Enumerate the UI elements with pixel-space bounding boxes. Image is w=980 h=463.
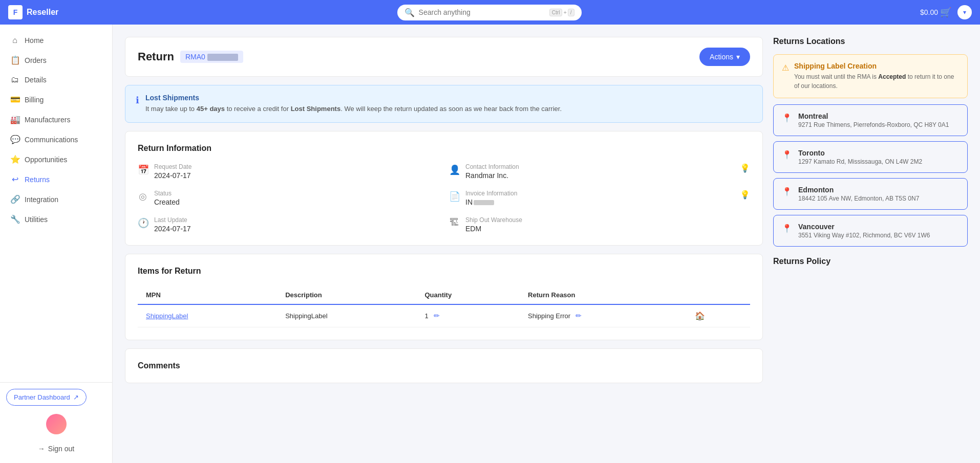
avatar bbox=[46, 414, 67, 434]
location-details-vancouver: Vancouver 3551 Viking Way #102, Richmond… bbox=[798, 223, 930, 239]
sidebar-item-home[interactable]: ⌂ Home bbox=[0, 31, 112, 50]
cell-description: ShippingLabel bbox=[277, 304, 416, 327]
sidebar-label-details: Details bbox=[25, 76, 47, 84]
sidebar-item-billing[interactable]: 💳 Billing bbox=[0, 90, 112, 109]
location-name-vancouver: Vancouver bbox=[798, 223, 930, 231]
warning-title: Shipping Label Creation bbox=[794, 62, 959, 70]
row-action-icon[interactable]: 🏠 bbox=[695, 312, 705, 320]
location-name-toronto: Toronto bbox=[798, 149, 922, 157]
cart-amount[interactable]: $0.00 🛒 bbox=[920, 7, 951, 18]
invoice-value: IN bbox=[465, 198, 517, 206]
alert-title: Lost Shipments bbox=[145, 94, 562, 102]
return-info-grid: 📅 Request Date 2024-07-17 ◎ Status Creat… bbox=[138, 163, 750, 233]
cell-mpn: ShippingLabel bbox=[138, 304, 277, 327]
manufacturers-icon: 🏭 bbox=[10, 115, 19, 124]
external-link-icon: ↗ bbox=[73, 393, 79, 401]
sidebar-label-home: Home bbox=[25, 36, 44, 45]
contact-item: 👤 Contact Information Randmar Inc. bbox=[449, 163, 519, 180]
sidebar-item-opportunities[interactable]: ⭐ Opportunities bbox=[0, 149, 112, 169]
orders-icon: 📋 bbox=[10, 55, 19, 65]
location-details-montreal: Montreal 9271 Rue Thimens, Pierrefonds-R… bbox=[798, 112, 949, 128]
status-icon: ◎ bbox=[138, 191, 148, 202]
warning-content: Shipping Label Creation You must wait un… bbox=[794, 62, 959, 91]
app-header: F Reseller 🔍 Ctrl + / $0.00 🛒 ▾ bbox=[0, 0, 980, 25]
sign-out-button[interactable]: → Sign out bbox=[6, 440, 106, 457]
sidebar-label-billing: Billing bbox=[25, 96, 44, 104]
reason-edit-icon[interactable]: ✏ bbox=[576, 312, 582, 320]
location-pin-montreal: 📍 bbox=[782, 113, 792, 123]
partner-dashboard-button[interactable]: Partner Dashboard ↗ bbox=[6, 389, 87, 406]
utilities-icon: 🔧 bbox=[10, 214, 19, 224]
user-avatar-area bbox=[6, 414, 106, 434]
return-information-card: Return Information 📅 Request Date 2024-0… bbox=[125, 131, 763, 246]
sidebar-label-manufacturers: Manufacturers bbox=[25, 116, 70, 124]
last-update-item: 🕐 Last Update 2024-07-17 bbox=[138, 216, 439, 233]
last-update-label: Last Update bbox=[154, 216, 191, 224]
sidebar-item-returns[interactable]: ↩ Returns bbox=[0, 169, 112, 189]
col-description: Description bbox=[277, 286, 416, 304]
location-toronto[interactable]: 📍 Toronto 1297 Kamato Rd, Mississauga, O… bbox=[773, 141, 968, 173]
location-address-toronto: 1297 Kamato Rd, Mississauga, ON L4W 2M2 bbox=[798, 158, 922, 165]
rma-number: RMA0 bbox=[185, 53, 205, 61]
warehouse-item: 🏗 Ship Out Warehouse EDM bbox=[449, 216, 750, 233]
col-actions-spacer bbox=[687, 286, 750, 304]
sidebar-label-integration: Integration bbox=[25, 195, 58, 204]
request-date-label: Request Date bbox=[154, 163, 191, 170]
actions-button[interactable]: Actions ▾ bbox=[699, 48, 750, 66]
info-group-left: 📅 Request Date 2024-07-17 ◎ Status Creat… bbox=[138, 163, 439, 233]
warning-text: You must wait until the RMA is Accepted … bbox=[794, 72, 959, 91]
location-address-edmonton: 18442 105 Ave NW, Edmonton, AB T5S 0N7 bbox=[798, 195, 919, 202]
request-date-item: 📅 Request Date 2024-07-17 bbox=[138, 163, 439, 180]
page-header: Return RMA0 Actions ▾ bbox=[125, 37, 763, 77]
items-table: MPN Description Quantity Return Reason S… bbox=[138, 286, 750, 327]
logo-icon: F bbox=[8, 5, 23, 19]
search-box: 🔍 Ctrl + / bbox=[397, 5, 582, 20]
app-body: ⌂ Home 📋 Orders 🗂 Details 💳 Billing 🏭 Ma… bbox=[0, 25, 980, 463]
location-name-montreal: Montreal bbox=[798, 112, 949, 120]
request-date-value: 2024-07-17 bbox=[154, 171, 191, 180]
location-pin-vancouver: 📍 bbox=[782, 224, 792, 233]
location-vancouver[interactable]: 📍 Vancouver 3551 Viking Way #102, Richmo… bbox=[773, 215, 968, 247]
quantity-edit-icon[interactable]: ✏ bbox=[434, 312, 440, 320]
invoice-label: Invoice Information bbox=[465, 190, 517, 197]
location-pin-toronto: 📍 bbox=[782, 150, 792, 160]
logo-text: Reseller bbox=[27, 8, 58, 17]
cart-icon: 🛒 bbox=[940, 7, 951, 18]
sidebar-item-details[interactable]: 🗂 Details bbox=[0, 70, 112, 90]
cart-amount-value: $0.00 bbox=[920, 8, 938, 16]
page-title: Return bbox=[138, 50, 174, 63]
header-avatar[interactable]: ▾ bbox=[957, 5, 972, 19]
sidebar-item-orders[interactable]: 📋 Orders bbox=[0, 50, 112, 70]
cell-row-action: 🏠 bbox=[687, 304, 750, 327]
warehouse-value: EDM bbox=[465, 225, 522, 233]
status-item: ◎ Status Created bbox=[138, 190, 439, 206]
location-montreal[interactable]: 📍 Montreal 9271 Rue Thimens, Pierrefonds… bbox=[773, 104, 968, 136]
items-title: Items for Return bbox=[138, 267, 750, 276]
sidebar-label-orders: Orders bbox=[25, 56, 47, 64]
actions-label: Actions bbox=[710, 53, 733, 61]
returns-icon: ↩ bbox=[10, 174, 19, 184]
location-edmonton[interactable]: 📍 Edmonton 18442 105 Ave NW, Edmonton, A… bbox=[773, 178, 968, 210]
items-for-return-card: Items for Return MPN Description Quantit… bbox=[125, 254, 763, 340]
search-icon: 🔍 bbox=[404, 8, 415, 17]
search-input[interactable] bbox=[419, 8, 545, 16]
search-container: 🔍 Ctrl + / bbox=[65, 5, 914, 20]
update-icon: 🕐 bbox=[138, 217, 148, 229]
sidebar-item-utilities[interactable]: 🔧 Utilities bbox=[0, 209, 112, 229]
location-address-vancouver: 3551 Viking Way #102, Richmond, BC V6V 1… bbox=[798, 232, 930, 239]
warehouse-label: Ship Out Warehouse bbox=[465, 216, 522, 224]
sidebar-item-integration[interactable]: 🔗 Integration bbox=[0, 189, 112, 209]
partner-dashboard-label: Partner Dashboard bbox=[14, 393, 70, 401]
invoice-item: 📄 Invoice Information IN bbox=[449, 190, 517, 206]
mpn-link[interactable]: ShippingLabel bbox=[146, 312, 188, 320]
sidebar-item-manufacturers[interactable]: 🏭 Manufacturers bbox=[0, 109, 112, 129]
sidebar-item-communications[interactable]: 💬 Communications bbox=[0, 129, 112, 149]
main-right: Returns Locations ⚠ Shipping Label Creat… bbox=[773, 37, 968, 451]
logo[interactable]: F Reseller bbox=[8, 5, 58, 19]
sign-out-label: Sign out bbox=[48, 445, 74, 453]
lost-shipments-alert: ℹ Lost Shipments It may take up to 45+ d… bbox=[125, 85, 763, 123]
sidebar-label-returns: Returns bbox=[25, 175, 50, 184]
col-return-reason: Return Reason bbox=[520, 286, 687, 304]
return-info-title: Return Information bbox=[138, 144, 750, 153]
contact-value: Randmar Inc. bbox=[465, 171, 519, 180]
